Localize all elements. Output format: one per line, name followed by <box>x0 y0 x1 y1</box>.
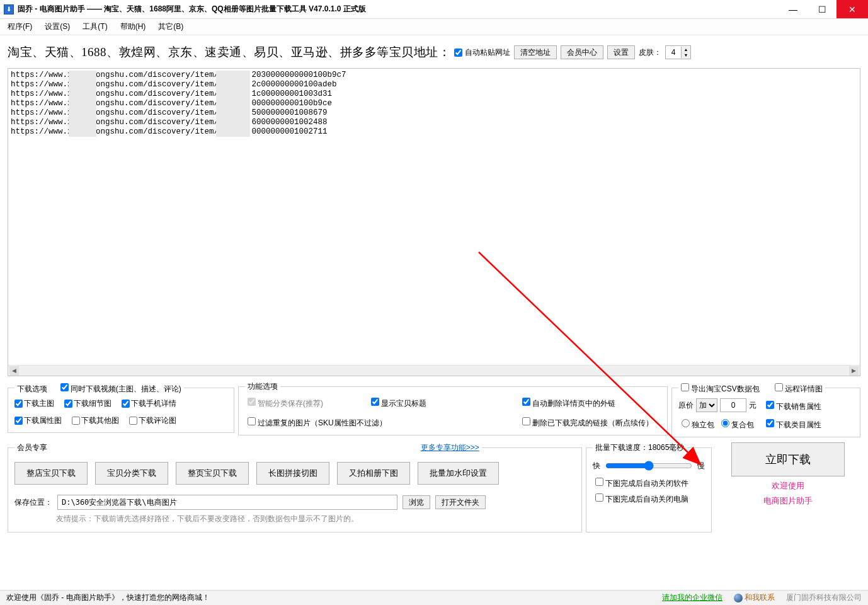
whole-shop-button[interactable]: 整店宝贝下载 <box>14 462 88 485</box>
auto-remove-link-checkbox[interactable]: 自动删除详情页中的外链 <box>520 396 661 409</box>
download-comment-checkbox[interactable]: 下载评论图 <box>129 415 176 426</box>
download-main-checkbox[interactable]: 下载主图 <box>14 398 54 409</box>
settings-button[interactable]: 设置 <box>607 45 635 59</box>
function-options-legend: 功能选项 <box>245 381 280 392</box>
download-mobile-checkbox[interactable]: 下载手机详情 <box>122 398 176 409</box>
minimize-button[interactable]: — <box>779 0 808 18</box>
address-toolbar: 淘宝、天猫、1688、敦煌网、京东、速卖通、易贝、亚马逊、拼多多等宝贝地址： 自… <box>0 35 868 68</box>
auto-paste-checkbox[interactable]: 自动粘贴网址 <box>454 47 510 58</box>
download-other-checkbox[interactable]: 下载其他图 <box>72 415 119 426</box>
skin-spinner[interactable]: ▲ ▼ <box>665 45 691 59</box>
export-options-group: 导出淘宝CSV数据包 远程详情图 原价 加 元 下载销售属性 独立包 复合包 下… <box>671 381 860 437</box>
status-wechat-link[interactable]: 请加我的企业微信 <box>662 592 722 603</box>
window-title: 固乔 - 电商图片助手 —— 淘宝、天猫、1688阿里、京东、QQ相册等图片批量… <box>18 4 366 14</box>
clear-address-button[interactable]: 清空地址 <box>514 45 557 59</box>
redaction-block <box>69 71 96 137</box>
show-title-checkbox[interactable]: 显示宝贝标题 <box>368 396 510 409</box>
speed-slider[interactable] <box>605 461 692 471</box>
open-folder-button[interactable]: 打开文件夹 <box>435 495 486 509</box>
batch-watermark-button[interactable]: 批量加水印设置 <box>418 462 499 485</box>
more-vip-link[interactable]: 更多专享功能>>> <box>421 443 479 452</box>
classify-button[interactable]: 宝贝分类下载 <box>95 462 168 485</box>
close-button[interactable]: ✕ <box>837 0 868 18</box>
title-bar: ⬇ 固乔 - 电商图片助手 —— 淘宝、天猫、1688阿里、京东、QQ相册等图片… <box>0 0 868 19</box>
smart-save-checkbox: 智能分类保存(推荐) <box>245 396 358 409</box>
download-panel: 立即下载 欢迎使用 电商图片助手 <box>716 442 860 533</box>
pack-multi-radio[interactable]: 复合包 <box>718 417 754 430</box>
maximize-button[interactable]: ☐ <box>808 0 837 18</box>
status-contact-link[interactable]: 和我联系 <box>734 592 775 603</box>
url-list-textarea[interactable] <box>8 69 860 363</box>
menu-help[interactable]: 帮助(H) <box>120 21 146 32</box>
price-unit: 元 <box>749 400 757 411</box>
remove-done-checkbox[interactable]: 删除已下载完成的链接（断点续传） <box>520 415 661 429</box>
download-now-button[interactable]: 立即下载 <box>731 442 845 476</box>
status-welcome: 欢迎使用《固乔 - 电商图片助手》，快速打造您的网络商城！ <box>6 592 210 603</box>
function-options-group: 功能选项 智能分类保存(推荐) 显示宝贝标题 自动删除详情页中的外链 过滤重复的… <box>238 381 668 435</box>
skin-up-button[interactable]: ▲ <box>682 47 690 52</box>
price-op-select[interactable]: 加 <box>696 398 717 412</box>
status-bar: 欢迎使用《固乔 - 电商图片助手》，快速打造您的网络商城！ 请加我的企业微信 和… <box>0 590 868 605</box>
redaction-block <box>216 71 250 137</box>
close-pc-checkbox[interactable]: 下图完成后自动关闭电脑 <box>593 492 705 505</box>
skin-value-input[interactable] <box>666 47 681 58</box>
welcome-text-2: 电商图片助手 <box>763 495 813 507</box>
remote-detail-checkbox[interactable]: 远程详情图 <box>772 384 823 393</box>
sale-attr-checkbox[interactable]: 下载销售属性 <box>763 399 821 412</box>
speed-slow-label: 慢 <box>697 461 705 471</box>
vip-group: 会员专享 更多专享功能>>> 整店宝贝下载 宝贝分类下载 整页宝贝下载 长图拼接… <box>8 442 582 533</box>
cat-attr-checkbox[interactable]: 下载类目属性 <box>763 417 821 430</box>
app-icon: ⬇ <box>4 4 14 14</box>
menu-tools[interactable]: 工具(T) <box>83 21 107 32</box>
auto-paste-input[interactable] <box>454 49 462 57</box>
scroll-right-arrow[interactable]: ▶ <box>849 366 859 376</box>
speed-group: 批量下载速度：18065毫秒 快 慢 下图完成后自动关闭软件 下图完成后自动关闭… <box>586 442 712 533</box>
export-csv-checkbox[interactable]: 导出淘宝CSV数据包 <box>678 384 760 393</box>
globe-icon <box>734 594 743 602</box>
download-attr-checkbox[interactable]: 下载属性图 <box>14 415 62 426</box>
long-slice-button[interactable]: 长图拼接切图 <box>256 462 329 485</box>
url-list-container: ◀ ▶ <box>8 68 860 376</box>
vip-legend: 会员专享 更多专享功能>>> <box>14 442 482 453</box>
download-video-checkbox[interactable]: 同时下载视频(主图、描述、评论) <box>58 384 181 393</box>
address-label: 淘宝、天猫、1688、敦煌网、京东、速卖通、易贝、亚马逊、拼多多等宝贝地址： <box>8 44 450 60</box>
speed-legend: 批量下载速度：18065毫秒 <box>593 442 687 453</box>
horizontal-scrollbar[interactable]: ◀ ▶ <box>8 365 860 376</box>
menu-bar: 程序(F) 设置(S) 工具(T) 帮助(H) 其它(B) <box>0 19 868 35</box>
skin-label: 皮肤： <box>639 47 661 58</box>
speed-fast-label: 快 <box>593 461 600 471</box>
scroll-left-arrow[interactable]: ◀ <box>9 366 19 376</box>
member-center-button[interactable]: 会员中心 <box>561 45 603 59</box>
menu-settings[interactable]: 设置(S) <box>45 21 70 32</box>
skin-down-button[interactable]: ▼ <box>682 52 690 58</box>
save-label: 保存位置： <box>14 497 52 508</box>
price-label: 原价 <box>678 400 694 411</box>
welcome-text-1: 欢迎使用 <box>772 480 804 492</box>
pack-single-radio[interactable]: 独立包 <box>678 417 714 430</box>
download-options-legend: 下载选项 同时下载视频(主图、描述、评论) <box>14 381 184 395</box>
close-software-checkbox[interactable]: 下图完成后自动关闭软件 <box>593 476 705 489</box>
menu-program[interactable]: 程序(F) <box>8 21 32 32</box>
filter-dup-checkbox[interactable]: 过滤重复的图片（SKU属性图不过滤） <box>245 415 510 429</box>
price-value-input[interactable] <box>720 398 746 412</box>
browse-button[interactable]: 浏览 <box>403 495 430 509</box>
download-detail-checkbox[interactable]: 下载细节图 <box>64 398 111 409</box>
save-hint: 友情提示：下载前请先选择好路径，下载后不要改变路径，否则数据包中显示不了图片的。 <box>56 514 575 524</box>
whole-page-button[interactable]: 整页宝贝下载 <box>176 462 249 485</box>
download-options-group: 下载选项 同时下载视频(主图、描述、评论) 下载主图 下载细节图 下载手机详情 … <box>8 381 234 433</box>
menu-other[interactable]: 其它(B) <box>158 21 183 32</box>
save-path-input[interactable] <box>57 495 397 510</box>
status-company: 厦门固乔科技有限公司 <box>786 592 862 603</box>
export-legend-row: 导出淘宝CSV数据包 远程详情图 <box>678 381 825 395</box>
youpai-button[interactable]: 又拍相册下图 <box>337 462 410 485</box>
